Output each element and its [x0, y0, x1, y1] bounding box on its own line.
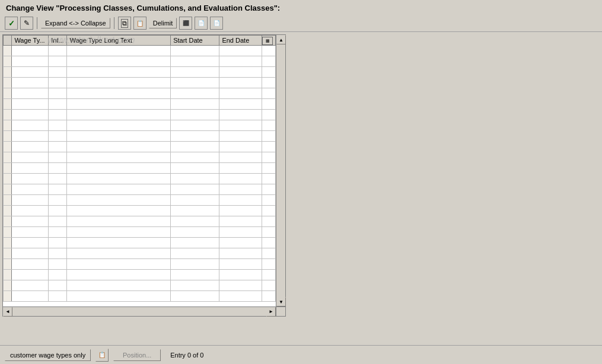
table-cell[interactable]: [49, 131, 67, 142]
scroll-up-btn[interactable]: ▲: [276, 35, 286, 44]
table-cell[interactable]: [67, 206, 171, 216]
scroll-right-btn[interactable]: ►: [266, 307, 276, 317]
table-cell[interactable]: [49, 195, 67, 206]
table-row[interactable]: [4, 259, 276, 270]
table-cell[interactable]: [49, 184, 67, 195]
table-cell[interactable]: [12, 184, 49, 195]
table-cell[interactable]: [67, 142, 171, 152]
table-cell[interactable]: [171, 120, 219, 131]
expand-collapse-btn[interactable]: Expand <-> Collapse: [41, 18, 110, 28]
table-row[interactable]: [4, 110, 276, 120]
table-row[interactable]: [4, 280, 276, 291]
table-cell[interactable]: [171, 152, 219, 163]
table-cell[interactable]: [49, 152, 67, 163]
table-cell[interactable]: [219, 142, 262, 152]
table-cell[interactable]: [67, 56, 171, 67]
table-cell[interactable]: [49, 238, 67, 248]
table-row[interactable]: [4, 184, 276, 195]
table-cell[interactable]: [12, 259, 49, 270]
table-cell[interactable]: [12, 174, 49, 184]
table-cell[interactable]: [219, 184, 262, 195]
table-row[interactable]: [4, 238, 276, 248]
table-cell[interactable]: [49, 174, 67, 184]
table-cell[interactable]: [67, 163, 171, 174]
table-cell[interactable]: [12, 67, 49, 78]
table-row[interactable]: [4, 46, 276, 56]
table-row[interactable]: [4, 152, 276, 163]
table-row[interactable]: [4, 67, 276, 78]
table-cell[interactable]: [171, 174, 219, 184]
table-cell[interactable]: [12, 78, 49, 88]
table-cell[interactable]: [171, 291, 219, 302]
table-cell[interactable]: [171, 67, 219, 78]
table-cell[interactable]: [12, 110, 49, 120]
toolbar-copy-btn[interactable]: ⧉: [118, 17, 131, 30]
table-cell[interactable]: [67, 120, 171, 131]
table-cell[interactable]: [12, 195, 49, 206]
table-cell[interactable]: [67, 174, 171, 184]
table-cell[interactable]: [171, 46, 219, 56]
table-cell[interactable]: [12, 270, 49, 280]
table-cell[interactable]: [171, 216, 219, 227]
table-row[interactable]: [4, 270, 276, 280]
table-cell[interactable]: [219, 280, 262, 291]
table-cell[interactable]: [171, 110, 219, 120]
toolbar-edit-btn[interactable]: ✎: [20, 17, 33, 30]
position-btn[interactable]: Position...: [113, 349, 161, 361]
table-cell[interactable]: [219, 67, 262, 78]
table-cell[interactable]: [49, 78, 67, 88]
table-cell[interactable]: [67, 248, 171, 259]
table-cell[interactable]: [67, 46, 171, 56]
table-cell[interactable]: [12, 99, 49, 110]
table-row[interactable]: [4, 195, 276, 206]
table-cell[interactable]: [219, 291, 262, 302]
table-cell[interactable]: [171, 184, 219, 195]
table-row[interactable]: [4, 248, 276, 259]
table-cell[interactable]: [67, 259, 171, 270]
table-cell[interactable]: [12, 142, 49, 152]
table-row[interactable]: [4, 131, 276, 142]
toolbar-icon2-btn[interactable]: 📄: [195, 17, 208, 30]
toolbar-icon3-btn[interactable]: 📄: [210, 17, 223, 30]
table-cell[interactable]: [171, 56, 219, 67]
table-cell[interactable]: [219, 46, 262, 56]
table-cell[interactable]: [171, 99, 219, 110]
table-cell[interactable]: [219, 120, 262, 131]
table-cell[interactable]: [219, 270, 262, 280]
table-cell[interactable]: [171, 142, 219, 152]
table-cell[interactable]: [171, 238, 219, 248]
table-cell[interactable]: [12, 131, 49, 142]
table-cell[interactable]: [49, 56, 67, 67]
table-cell[interactable]: [49, 291, 67, 302]
table-row[interactable]: [4, 99, 276, 110]
table-cell[interactable]: [219, 195, 262, 206]
table-cell[interactable]: [171, 163, 219, 174]
table-cell[interactable]: [219, 206, 262, 216]
table-cell[interactable]: [171, 259, 219, 270]
table-cell[interactable]: [12, 227, 49, 238]
table-settings-icon[interactable]: ▦: [262, 37, 273, 45]
table-cell[interactable]: [219, 88, 262, 99]
table-cell[interactable]: [219, 248, 262, 259]
table-cell[interactable]: [12, 291, 49, 302]
table-cell[interactable]: [219, 78, 262, 88]
table-cell[interactable]: [12, 56, 49, 67]
table-cell[interactable]: [12, 163, 49, 174]
table-cell[interactable]: [49, 248, 67, 259]
table-row[interactable]: [4, 88, 276, 99]
table-cell[interactable]: [171, 131, 219, 142]
table-cell[interactable]: [219, 131, 262, 142]
table-cell[interactable]: [12, 152, 49, 163]
table-cell[interactable]: [49, 88, 67, 99]
table-cell[interactable]: [49, 227, 67, 238]
scroll-down-btn[interactable]: ▼: [276, 297, 286, 306]
table-cell[interactable]: [12, 88, 49, 99]
table-cell[interactable]: [67, 78, 171, 88]
table-cell[interactable]: [49, 46, 67, 56]
customer-wage-types-btn[interactable]: customer wage types only: [5, 349, 91, 361]
table-cell[interactable]: [67, 291, 171, 302]
table-row[interactable]: [4, 142, 276, 152]
table-row[interactable]: [4, 291, 276, 302]
table-row[interactable]: [4, 163, 276, 174]
table-cell[interactable]: [67, 238, 171, 248]
